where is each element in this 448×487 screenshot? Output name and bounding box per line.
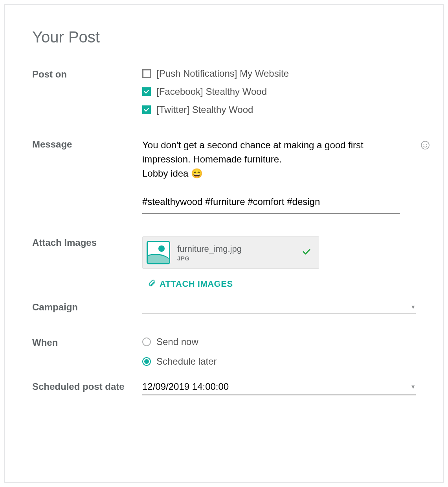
when-option-schedule-later[interactable]: Schedule later — [142, 356, 416, 367]
when-radiogroup: Send now Schedule later — [142, 336, 416, 367]
checkbox-unchecked-icon — [142, 69, 151, 78]
row-when: When Send now Schedule later — [32, 336, 416, 367]
radio-unselected-icon — [142, 338, 151, 346]
field-when: Send now Schedule later — [142, 336, 416, 367]
paperclip-icon — [148, 279, 156, 289]
checkbox-checked-icon — [142, 105, 151, 114]
row-scheduled: Scheduled post date 12/09/2019 14:00:00 … — [32, 380, 416, 395]
label-message: Message — [32, 138, 142, 150]
image-thumbnail-icon — [147, 241, 170, 264]
field-message: You don't get a second chance at making … — [142, 138, 416, 214]
field-scheduled: 12/09/2019 14:00:00 ▼ — [142, 380, 416, 395]
when-option-send-now[interactable]: Send now — [142, 336, 416, 347]
page-title: Your Post — [32, 28, 416, 46]
attachment-success-icon — [302, 247, 311, 258]
field-attach: furniture_img.jpg JPG ATTACH IMAGES — [142, 236, 416, 289]
scheduled-date-input[interactable]: 12/09/2019 14:00:00 ▼ — [142, 380, 416, 395]
when-option-label: Send now — [156, 336, 198, 347]
attachment-filename: furniture_img.jpg — [177, 244, 242, 254]
scheduled-date-value: 12/09/2019 14:00:00 — [142, 381, 229, 392]
field-campaign: ▼ — [142, 301, 416, 314]
post-on-option-label: [Facebook] Stealthy Wood — [156, 86, 267, 97]
chevron-down-icon: ▼ — [410, 304, 416, 310]
row-message: Message You don't get a second chance at… — [32, 138, 416, 214]
row-attach: Attach Images furniture_img.jpg JPG — [32, 236, 416, 289]
attach-images-button-label: ATTACH IMAGES — [160, 279, 233, 289]
label-campaign: Campaign — [32, 301, 142, 313]
post-on-option-label: [Twitter] Stealthy Wood — [156, 104, 253, 115]
attachment-filetype: JPG — [177, 255, 242, 262]
when-option-label: Schedule later — [156, 356, 217, 367]
attachment-chip[interactable]: furniture_img.jpg JPG — [142, 236, 319, 269]
checkbox-checked-icon — [142, 87, 151, 96]
svg-point-1 — [424, 144, 424, 145]
label-post-on: Post on — [32, 68, 142, 80]
chevron-down-icon: ▼ — [410, 384, 416, 390]
emoji-picker-icon[interactable] — [420, 140, 430, 152]
svg-point-2 — [426, 144, 427, 145]
svg-point-0 — [421, 141, 429, 149]
campaign-select[interactable]: ▼ — [142, 301, 416, 314]
label-attach: Attach Images — [32, 236, 142, 248]
post-on-option-label: [Push Notifications] My Website — [156, 68, 289, 79]
message-textarea[interactable]: You don't get a second chance at making … — [142, 138, 400, 214]
label-when: When — [32, 336, 142, 348]
attachment-file-info: furniture_img.jpg JPG — [177, 244, 242, 262]
post-on-checklist: [Push Notifications] My Website [Faceboo… — [142, 68, 416, 115]
radio-selected-icon — [142, 357, 151, 366]
label-scheduled: Scheduled post date — [32, 380, 142, 392]
post-on-option-facebook[interactable]: [Facebook] Stealthy Wood — [142, 86, 416, 97]
post-on-option-push[interactable]: [Push Notifications] My Website — [142, 68, 416, 79]
row-campaign: Campaign ▼ — [32, 301, 416, 314]
row-post-on: Post on [Push Notifications] My Website … — [32, 68, 416, 115]
attach-images-button[interactable]: ATTACH IMAGES — [148, 279, 233, 289]
post-form-card: Your Post Post on [Push Notifications] M… — [4, 4, 444, 483]
post-on-option-twitter[interactable]: [Twitter] Stealthy Wood — [142, 104, 416, 115]
field-post-on: [Push Notifications] My Website [Faceboo… — [142, 68, 416, 115]
